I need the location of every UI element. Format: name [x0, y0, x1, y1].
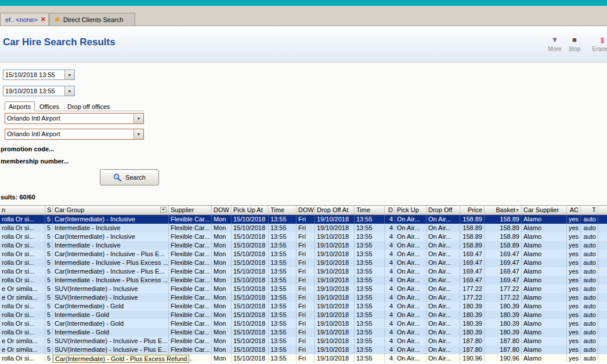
cell-dropoff_at: 19/10/2018 — [315, 267, 355, 276]
cell-ac: yes — [567, 276, 581, 285]
dropoff-datetime-field[interactable]: 19/10/2018 13:55 ▼ — [3, 86, 75, 96]
cell-t: auto — [581, 328, 598, 337]
cell-dow2: Fri — [297, 328, 315, 337]
column-header-car_group[interactable]: Car Group▼ — [53, 206, 169, 214]
cell-d: 4 — [385, 241, 395, 250]
table-row[interactable]: rolla Or si...5Intermediate - Inclusive … — [0, 276, 607, 285]
table-row[interactable]: rolla Or si...5Intermediate - InclusiveF… — [0, 224, 607, 232]
dropdown-button[interactable]: ▼ — [133, 129, 143, 139]
cell-basket: 169.47 — [485, 259, 522, 267]
cell-pickup: On Air... — [395, 215, 427, 224]
tab-drop-off-offices[interactable]: Drop off offices — [64, 102, 114, 111]
cell-time2: 13:55 — [355, 293, 385, 302]
cell-dow2: Fri — [297, 267, 315, 276]
table-row[interactable]: rolla Or si...5Car(Intermediate) - Inclu… — [0, 215, 607, 224]
dropdown-button[interactable]: ▼ — [133, 114, 143, 123]
cell-pickup_at: 15/10/2018 — [232, 311, 269, 319]
dropoff-location-combo[interactable]: Orlando Intl Airport ▼ — [5, 129, 144, 140]
cell-supplier: Flexible Car... — [169, 285, 212, 293]
pickup-location-combo[interactable]: Orlando Intl Airport ▼ — [5, 113, 144, 124]
column-header-label: S — [47, 206, 51, 213]
cell-time1: 13:55 — [269, 250, 297, 259]
table-row[interactable]: e Or simila...5SUV(Intermediate) - Inclu… — [0, 293, 607, 302]
cell-car_group: Car(Intermediate) - Gold — [53, 302, 169, 311]
cell-model: rolla Or si... — [0, 250, 45, 259]
column-header-t[interactable]: T — [581, 206, 598, 214]
edit-cell-box[interactable]: Car(Intermediate) - Gold - Plus Excess R… — [53, 355, 189, 363]
table-row[interactable]: rolla Or si...5Intermediate - Inclusive … — [0, 259, 607, 267]
cell-pickup_at: 15/10/2018 — [232, 345, 269, 354]
cell-ac: yes — [567, 259, 581, 267]
table-row[interactable]: e Or simila...5SUV(Intermediate) - Inclu… — [0, 337, 607, 345]
cell-pickup_at: 15/10/2018 — [232, 319, 269, 328]
column-header-model[interactable]: n — [0, 206, 45, 214]
tab-airports[interactable]: Airports — [5, 101, 35, 111]
cell-time2: 13:55 — [355, 232, 385, 241]
cell-car_group: SUV(Intermediate) - Inclusive — [53, 285, 169, 293]
table-row[interactable]: e Or simila...5SUV(Intermediate) - Inclu… — [0, 285, 607, 293]
column-header-time2[interactable]: Time — [355, 206, 385, 214]
cell-price: 187.80 — [460, 345, 485, 354]
cell-ac: yes — [567, 311, 581, 319]
dropdown-button[interactable]: ▼ — [64, 70, 74, 79]
tab-direct-clients-search[interactable]: ✱ Direct Clients Search — [49, 13, 135, 26]
column-header-d[interactable]: D — [385, 206, 395, 214]
column-header-s[interactable]: S — [45, 206, 53, 214]
column-header-supplier[interactable]: Supplier — [169, 206, 212, 214]
table-row[interactable]: rolla Or si...5Intermediate - InclusiveF… — [0, 241, 607, 250]
table-row[interactable]: e Or simila...5SUV(Intermediate) - Inclu… — [0, 345, 607, 354]
dropdown-button[interactable]: ▼ — [64, 86, 74, 96]
membership-number-link[interactable]: membership number... — [1, 158, 68, 165]
cell-supplier: Flexible Car... — [169, 250, 212, 259]
cell-filler — [598, 285, 607, 293]
table-row[interactable]: rolla Or si...5Car(Intermediate) - GoldF… — [0, 319, 607, 328]
promotion-code-link[interactable]: promotion code... — [1, 145, 54, 152]
cell-s: 5 — [45, 259, 53, 267]
cell-dow2: Fri — [297, 354, 315, 363]
tab-offices[interactable]: Offices — [36, 102, 63, 111]
column-header-ac[interactable]: AC — [567, 206, 581, 214]
cell-dropoff: On Air... — [427, 267, 460, 276]
more-button[interactable]: ▼ More — [544, 34, 565, 52]
table-row[interactable]: rolla Or si...5Car(Intermediate) - Inclu… — [0, 267, 607, 276]
column-header-dropoff[interactable]: Drop Off — [427, 206, 460, 214]
app-window: ef.. <none> ✕ ✱ Direct Clients Search Ca… — [0, 0, 607, 364]
column-header-label: Basket — [496, 206, 515, 213]
table-row[interactable]: rolla Or si...5Car(Intermediate) - Inclu… — [0, 232, 607, 241]
results-count: sults: 60/60 — [1, 194, 35, 201]
cell-time2: 13:55 — [355, 276, 385, 285]
table-row[interactable]: rolla Or si...5Intermediate - GoldFlexib… — [0, 328, 607, 337]
column-header-dropoff_at[interactable]: Drop Off At — [315, 206, 355, 214]
cell-dropoff: On Air... — [427, 215, 460, 224]
close-tab-icon[interactable]: ✕ — [41, 16, 46, 23]
cell-filler — [598, 241, 607, 250]
column-header-pickup[interactable]: Pick Up — [395, 206, 427, 214]
column-header-car_supplier[interactable]: Car Supplier — [522, 206, 567, 214]
cell-filler — [598, 267, 607, 276]
table-row[interactable]: rolla Or si...5Car(Intermediate) - Gold … — [0, 354, 607, 363]
tab-ref-none[interactable]: ef.. <none> ✕ — [0, 13, 49, 26]
cell-s: 5 — [45, 224, 53, 232]
search-button[interactable]: Search — [100, 169, 159, 185]
pickup-datetime-field[interactable]: 15/10/2018 13:55 ▼ — [3, 70, 75, 80]
cell-basket: 158.89 — [485, 215, 522, 224]
cell-dow1: Mon — [212, 215, 232, 224]
column-header-time1[interactable]: Time — [269, 206, 297, 214]
column-header-basket[interactable]: Basket▼ — [485, 206, 522, 214]
column-header-dow1[interactable]: DOW — [212, 206, 232, 214]
column-header-price[interactable]: Price — [460, 206, 485, 214]
cell-model: e Or simila... — [0, 345, 45, 354]
table-row[interactable]: rolla Or si...5Car(Intermediate) - Inclu… — [0, 250, 607, 259]
cell-dow2: Fri — [297, 215, 315, 224]
cell-pickup_at: 15/10/2018 — [232, 250, 269, 259]
erase-filter-button[interactable]: ▮ Erase F — [585, 34, 607, 52]
column-header-dow2[interactable]: DOW — [297, 206, 315, 214]
filter-icon[interactable]: ▼ — [160, 207, 167, 213]
column-header-label: Pick Up At — [233, 206, 263, 213]
table-row[interactable]: rolla Or si...5Intermediate - GoldFlexib… — [0, 311, 607, 319]
table-row[interactable]: rolla Or si...5Car(Intermediate) - GoldF… — [0, 302, 607, 311]
cell-time2: 13:55 — [355, 337, 385, 345]
column-header-pickup_at[interactable]: Pick Up At — [232, 206, 269, 214]
stop-button[interactable]: ■ Stop — [565, 34, 584, 52]
cell-dow1: Mon — [212, 241, 232, 250]
